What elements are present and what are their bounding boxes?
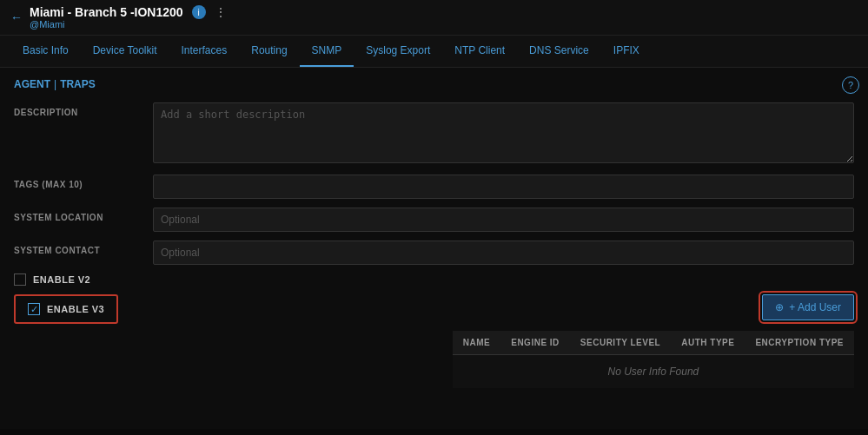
tags-row: TAGS (MAX 10): [14, 175, 854, 199]
description-field: [153, 102, 854, 166]
system-contact-field: [153, 241, 854, 265]
add-user-label: + Add User: [789, 301, 841, 313]
enable-v2-row: ENABLE V2: [14, 274, 854, 286]
device-info: Miami - Branch 5 -ION1200 i ⋮ @Miami: [30, 5, 227, 30]
help-icon[interactable]: ?: [842, 76, 859, 94]
system-location-input[interactable]: [153, 208, 854, 232]
users-table: NAME ENGINE ID SECURITY LEVEL AUTH TYPE …: [453, 331, 854, 388]
system-location-row: SYSTEM LOCATION: [14, 208, 854, 232]
tags-input[interactable]: [153, 175, 854, 199]
plus-icon: ⊕: [775, 301, 784, 313]
bottom-section: ✓ ENABLE V3 ⊕ + Add User NAME ENGINE ID: [14, 294, 854, 388]
traps-link[interactable]: TRAPS: [60, 78, 96, 90]
table-body: No User Info Found: [453, 355, 854, 389]
col-encryption-type: ENCRYPTION TYPE: [745, 331, 854, 355]
enable-v3-box[interactable]: ✓ ENABLE V3: [14, 294, 118, 324]
nav-tabs: Basic Info Device Toolkit Interfaces Rou…: [0, 36, 868, 68]
description-label: DESCRIPTION: [14, 102, 153, 117]
tab-basic-info[interactable]: Basic Info: [10, 36, 81, 67]
tab-snmp[interactable]: SNMP: [300, 36, 354, 67]
enable-v3-label: ENABLE V3: [47, 304, 104, 314]
description-input[interactable]: [153, 102, 854, 163]
col-name: NAME: [453, 331, 500, 355]
device-title: Miami - Branch 5 -ION1200: [30, 5, 183, 19]
tags-label: TAGS (MAX 10): [14, 175, 153, 189]
enable-v3-checkbox[interactable]: ✓: [28, 303, 40, 315]
tags-field: [153, 175, 854, 199]
system-contact-input[interactable]: [153, 241, 854, 265]
no-data-message: No User Info Found: [453, 355, 854, 389]
tab-ntp-client[interactable]: NTP Client: [442, 36, 517, 67]
left-bottom: ✓ ENABLE V3: [14, 294, 453, 334]
add-user-button[interactable]: ⊕ + Add User: [762, 294, 854, 320]
info-badge: i: [192, 5, 206, 19]
system-contact-label: SYSTEM CONTACT: [14, 241, 153, 255]
checkmark-icon: ✓: [30, 304, 38, 315]
users-table-container: NAME ENGINE ID SECURITY LEVEL AUTH TYPE …: [453, 327, 854, 388]
more-icon[interactable]: ⋮: [215, 5, 227, 19]
col-security-level: SECURITY LEVEL: [570, 331, 671, 355]
system-contact-row: SYSTEM CONTACT: [14, 241, 854, 265]
system-location-field: [153, 208, 854, 232]
col-auth-type: AUTH TYPE: [671, 331, 745, 355]
system-location-label: SYSTEM LOCATION: [14, 208, 153, 222]
table-header: NAME ENGINE ID SECURITY LEVEL AUTH TYPE …: [453, 331, 854, 355]
enable-v2-checkbox[interactable]: [14, 274, 26, 286]
top-bar: ← Miami - Branch 5 -ION1200 i ⋮ @Miami: [0, 0, 868, 36]
tab-syslog-export[interactable]: Syslog Export: [354, 36, 442, 67]
section-separator: |: [54, 78, 56, 90]
tab-interfaces[interactable]: Interfaces: [169, 36, 240, 67]
agent-link[interactable]: AGENT: [14, 78, 50, 90]
device-subtitle: @Miami: [30, 19, 65, 30]
description-row: DESCRIPTION: [14, 102, 854, 166]
back-button[interactable]: ←: [10, 10, 23, 24]
enable-v2-label: ENABLE V2: [33, 274, 90, 285]
col-engine-id: ENGINE ID: [500, 331, 570, 355]
section-header: AGENT | TRAPS: [14, 78, 854, 90]
right-bottom: ⊕ + Add User NAME ENGINE ID SECURITY LEV…: [453, 294, 854, 388]
main-content: ? AGENT | TRAPS DESCRIPTION TAGS (MAX 10…: [0, 68, 868, 429]
no-data-row: No User Info Found: [453, 355, 854, 389]
tab-routing[interactable]: Routing: [239, 36, 299, 67]
tab-device-toolkit[interactable]: Device Toolkit: [81, 36, 169, 67]
tab-dns-service[interactable]: DNS Service: [517, 36, 601, 67]
tab-ipfix[interactable]: IPFIX: [601, 36, 652, 67]
